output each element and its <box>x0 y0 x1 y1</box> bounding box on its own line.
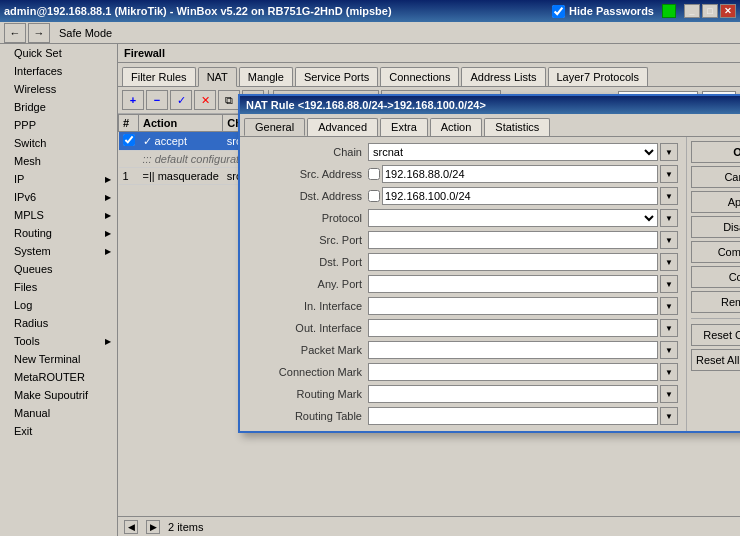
any-port-dropdown[interactable]: ▼ <box>660 275 678 293</box>
sidebar-item-routing[interactable]: Routing▶ <box>0 224 117 242</box>
col-action[interactable]: Action <box>139 115 223 132</box>
in-interface-row: In. Interface ▼ <box>244 295 682 317</box>
dst-port-input[interactable] <box>368 253 658 271</box>
next-page-button[interactable]: ▶ <box>146 520 160 534</box>
routing-mark-dropdown[interactable]: ▼ <box>660 385 678 403</box>
tab-mangle[interactable]: Mangle <box>239 67 293 86</box>
out-interface-input[interactable] <box>368 319 658 337</box>
product-label: RouterOS WinBox <box>0 513 118 536</box>
src-port-input[interactable] <box>368 231 658 249</box>
dialog-tab-statistics[interactable]: Statistics <box>484 118 550 136</box>
in-interface-dropdown[interactable]: ▼ <box>660 297 678 315</box>
sidebar-item-system[interactable]: System▶ <box>0 242 117 260</box>
remove-button[interactable]: − <box>146 90 168 110</box>
forward-button[interactable]: → <box>28 23 50 43</box>
tab-layer7[interactable]: Layer7 Protocols <box>548 67 649 86</box>
sidebar-item-newterminal[interactable]: New Terminal <box>0 350 117 368</box>
dst-address-checkbox[interactable] <box>368 190 380 202</box>
safe-mode-button[interactable]: Safe Mode <box>52 24 119 42</box>
sidebar-item-quickset[interactable]: Quick Set <box>0 44 117 62</box>
routing-mark-input[interactable] <box>368 385 658 403</box>
maximize-button[interactable]: □ <box>702 4 718 18</box>
sidebar-item-ppp[interactable]: PPP <box>0 116 117 134</box>
connection-mark-dropdown[interactable]: ▼ <box>660 363 678 381</box>
out-interface-row: Out. Interface ▼ <box>244 317 682 339</box>
sidebar-item-files[interactable]: Files <box>0 278 117 296</box>
sidebar-item-log[interactable]: Log <box>0 296 117 314</box>
tab-address-lists[interactable]: Address Lists <box>461 67 545 86</box>
copy-button[interactable]: Copy <box>691 266 740 288</box>
cancel-button[interactable]: Cancel <box>691 166 740 188</box>
dialog-tab-action[interactable]: Action <box>430 118 483 136</box>
ok-button[interactable]: OK <box>691 141 740 163</box>
sidebar-item-makesupoutrif[interactable]: Make Supoutrif <box>0 386 117 404</box>
dialog-reset-counters-button[interactable]: Reset Counters <box>691 324 740 346</box>
routing-table-row: Routing Table ▼ <box>244 405 682 427</box>
packet-mark-dropdown[interactable]: ▼ <box>660 341 678 359</box>
dialog-reset-all-counters-button[interactable]: Reset All Counters <box>691 349 740 371</box>
protocol-row: Protocol ▼ <box>244 207 682 229</box>
sidebar-item-tools[interactable]: Tools▶ <box>0 332 117 350</box>
protocol-label: Protocol <box>248 212 368 224</box>
disable-button[interactable]: ✕ <box>194 90 216 110</box>
tab-service-ports[interactable]: Service Ports <box>295 67 378 86</box>
connection-mark-input[interactable] <box>368 363 658 381</box>
back-button[interactable]: ← <box>4 23 26 43</box>
window-title: admin@192.168.88.1 (MikroTik) - WinBox v… <box>4 5 392 17</box>
packet-mark-input[interactable] <box>368 341 658 359</box>
sidebar-item-radius[interactable]: Radius <box>0 314 117 332</box>
ip-arrow: ▶ <box>105 175 111 184</box>
src-address-input[interactable] <box>382 165 658 183</box>
src-address-checkbox[interactable] <box>368 168 380 180</box>
tab-filter-rules[interactable]: Filter Rules <box>122 67 196 86</box>
close-button[interactable]: ✕ <box>720 4 736 18</box>
out-interface-dropdown[interactable]: ▼ <box>660 319 678 337</box>
row-checkbox[interactable] <box>123 134 135 146</box>
copy-button[interactable]: ⧉ <box>218 90 240 110</box>
dst-port-dropdown[interactable]: ▼ <box>660 253 678 271</box>
sidebar-item-manual[interactable]: Manual <box>0 404 117 422</box>
hide-passwords-label[interactable]: Hide Passwords <box>552 5 654 18</box>
comment-button[interactable]: Comment <box>691 241 740 263</box>
routing-table-input[interactable] <box>368 407 658 425</box>
src-port-dropdown[interactable]: ▼ <box>660 231 678 249</box>
sidebar-item-mpls[interactable]: MPLS▶ <box>0 206 117 224</box>
in-interface-input[interactable] <box>368 297 658 315</box>
protocol-dropdown[interactable]: ▼ <box>660 209 678 227</box>
prev-page-button[interactable]: ◀ <box>124 520 138 534</box>
col-num[interactable]: # <box>119 115 139 132</box>
sidebar-item-wireless[interactable]: Wireless <box>0 80 117 98</box>
dst-address-input[interactable] <box>382 187 658 205</box>
sidebar-item-ip[interactable]: IP▶ <box>0 170 117 188</box>
in-interface-control: ▼ <box>368 297 678 315</box>
sidebar-item-mesh[interactable]: Mesh <box>0 152 117 170</box>
dialog-tab-advanced[interactable]: Advanced <box>307 118 378 136</box>
sidebar-item-metarouter[interactable]: MetaROUTER <box>0 368 117 386</box>
chain-dropdown-btn[interactable]: ▼ <box>660 143 678 161</box>
hide-passwords-checkbox[interactable] <box>552 5 565 18</box>
apply-button[interactable]: Apply <box>691 191 740 213</box>
enable-button[interactable]: ✓ <box>170 90 192 110</box>
sidebar-item-switch[interactable]: Switch <box>0 134 117 152</box>
routing-table-dropdown[interactable]: ▼ <box>660 407 678 425</box>
tab-connections[interactable]: Connections <box>380 67 459 86</box>
dialog-tab-general[interactable]: General <box>244 118 305 136</box>
src-address-dropdown[interactable]: ▼ <box>660 165 678 183</box>
tab-nat[interactable]: NAT <box>198 67 237 87</box>
protocol-select[interactable] <box>368 209 658 227</box>
sidebar-item-interfaces[interactable]: Interfaces <box>0 62 117 80</box>
any-port-input[interactable] <box>368 275 658 293</box>
dst-address-dropdown[interactable]: ▼ <box>660 187 678 205</box>
dialog-actions: OK Cancel Apply Disable Comment Copy Rem… <box>686 137 740 431</box>
disable-button[interactable]: Disable <box>691 216 740 238</box>
sidebar-item-queues[interactable]: Queues <box>0 260 117 278</box>
sidebar-item-ipv6[interactable]: IPv6▶ <box>0 188 117 206</box>
minimize-button[interactable]: _ <box>684 4 700 18</box>
remove-button[interactable]: Remove <box>691 291 740 313</box>
dialog-title-bar: NAT Rule <192.168.88.0/24->192.168.100.0… <box>240 96 740 114</box>
chain-select[interactable]: srcnat <box>368 143 658 161</box>
sidebar-item-bridge[interactable]: Bridge <box>0 98 117 116</box>
sidebar-item-exit[interactable]: Exit <box>0 422 117 440</box>
dialog-tab-extra[interactable]: Extra <box>380 118 428 136</box>
add-button[interactable]: + <box>122 90 144 110</box>
